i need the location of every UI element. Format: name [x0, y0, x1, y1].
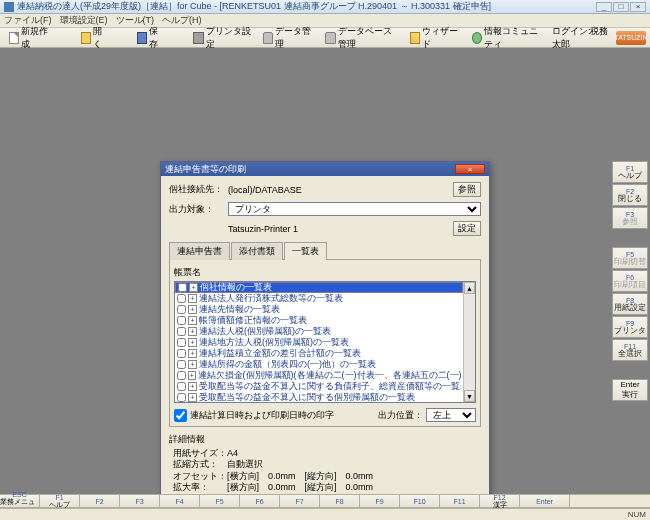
output-select[interactable]: プリンタ	[228, 202, 481, 216]
fkey-f4[interactable]: F4	[160, 495, 200, 507]
list-header: 帳票名	[174, 266, 476, 279]
fkey-f12[interactable]: F12漢字	[480, 495, 520, 507]
dbmgr-label: データベース管理	[338, 25, 399, 51]
expand-icon[interactable]: +	[188, 327, 197, 336]
item-checkbox[interactable]	[177, 382, 186, 391]
fkey-f6[interactable]: F6	[240, 495, 280, 507]
item-checkbox[interactable]	[177, 316, 186, 325]
side-f5-printswitch[interactable]: F5印刷切替	[612, 247, 648, 269]
settings-button[interactable]: 設定	[453, 221, 481, 236]
item-checkbox[interactable]	[177, 305, 186, 314]
dialog-title: 連結申告書等の印刷	[165, 163, 246, 176]
side-f3-browse[interactable]: F3参照	[612, 207, 648, 229]
side-enter-execute[interactable]: Enter実行	[612, 379, 648, 401]
datamgr-label: データ管理	[275, 25, 313, 51]
list-item[interactable]: +受取配当等の益金不算入に関する個別帰属額の一覧表	[175, 392, 463, 402]
minimize-button[interactable]: _	[596, 2, 612, 12]
side-f6-printitems[interactable]: F6印刷項目	[612, 270, 648, 292]
expand-icon[interactable]: +	[188, 294, 197, 303]
browse-button[interactable]: 参照	[453, 182, 481, 197]
item-checkbox[interactable]	[177, 338, 186, 347]
fkey-f2[interactable]: F2	[80, 495, 120, 507]
side-f2-close[interactable]: F2閉じる	[612, 184, 648, 206]
dialog-title-bar[interactable]: 連結申告書等の印刷 ×	[161, 162, 489, 176]
dialog-close-button[interactable]: ×	[455, 164, 485, 174]
paper-size: 用紙サイズ：A4	[173, 448, 481, 459]
function-key-bar: ESC業務メニュー F1ヘルプ F2 F3 F4 F5 F6 F7 F8 F9 …	[0, 494, 650, 508]
expand-icon[interactable]: +	[188, 316, 197, 325]
toolbar: 新規作成 開く 保存 プリンタ設定 データ管理 データベース管理 ウィザード 情…	[0, 28, 650, 48]
tab-tenpu[interactable]: 添付書類	[231, 242, 283, 260]
save-label: 保存	[149, 25, 164, 51]
app-icon	[4, 2, 14, 12]
community-label: 情報コミュニティ	[484, 25, 545, 51]
fkey-f1[interactable]: F1ヘルプ	[40, 495, 80, 507]
printset-label: プリンタ設定	[206, 25, 251, 51]
expand-icon[interactable]: +	[188, 371, 196, 380]
expand-icon[interactable]: +	[188, 349, 197, 358]
timestamp-checkbox[interactable]	[174, 409, 187, 422]
item-checkbox[interactable]	[177, 349, 186, 358]
expand-icon[interactable]: +	[188, 382, 197, 391]
item-checkbox[interactable]	[177, 360, 186, 369]
new-icon	[9, 32, 19, 44]
fkey-f8[interactable]: F8	[320, 495, 360, 507]
scrollbar[interactable]: ▲ ▼	[463, 282, 475, 402]
item-checkbox[interactable]	[177, 327, 186, 336]
tab-renketsu[interactable]: 連結申告書	[169, 242, 230, 260]
new-label: 新規作成	[21, 25, 51, 51]
item-checkbox[interactable]	[177, 393, 186, 402]
maximize-button[interactable]: □	[613, 2, 629, 12]
expand-icon[interactable]: +	[188, 305, 197, 314]
item-checkbox[interactable]	[178, 283, 187, 292]
open-icon	[81, 32, 91, 44]
close-button[interactable]: ×	[630, 2, 646, 12]
open-label: 開く	[93, 25, 108, 51]
workspace: 連結申告書等の印刷 × 個社接続先： (local)/DATABASE 参照 出…	[0, 48, 650, 494]
fkey-f9[interactable]: F9	[360, 495, 400, 507]
printer-icon	[193, 32, 203, 44]
printer-name: Tatsuzin-Printer 1	[228, 224, 449, 234]
title-bar: 連結納税の達人(平成29年度版)［連結］for Cube - [RENKETSU…	[0, 0, 650, 14]
fkey-f5[interactable]: F5	[200, 495, 240, 507]
scroll-down-button[interactable]: ▼	[464, 390, 475, 402]
wizard-icon	[410, 32, 420, 44]
item-checkbox[interactable]	[177, 294, 186, 303]
report-list: +個社情報の一覧表+連結法人発行済株式総数等の一覧表+連結先情報の一覧表+帳簿価…	[174, 281, 476, 403]
item-label: 受取配当等の益金不算入に関する個別帰属額の一覧表	[199, 391, 415, 402]
output-label: 出力対象：	[169, 203, 224, 216]
expand-icon[interactable]: +	[188, 360, 197, 369]
detail-header: 詳細情報	[169, 433, 481, 446]
scale-mode: 拡縮方式： 自動選択	[173, 459, 481, 470]
connection-value: (local)/DATABASE	[228, 185, 449, 195]
fkey-enter[interactable]: Enter	[520, 495, 570, 507]
side-f9-printer[interactable]: F9プリンタ	[612, 316, 648, 338]
save-icon	[137, 32, 147, 44]
wizard-label: ウィザード	[422, 25, 460, 51]
expand-icon[interactable]: +	[188, 393, 197, 402]
community-icon	[472, 32, 482, 44]
status-num: NUM	[628, 510, 646, 519]
scroll-up-button[interactable]: ▲	[464, 282, 475, 294]
side-panel: F1ヘルプ F2閉じる F3参照 F5印刷切替 F6印刷項目 F8用紙設定 F9…	[612, 161, 648, 401]
timestamp-label: 連結計算日時および印刷日時の印字	[190, 409, 334, 422]
fkey-f11[interactable]: F11	[440, 495, 480, 507]
database-icon	[325, 32, 335, 44]
expand-icon[interactable]: +	[189, 283, 198, 292]
data-icon	[263, 32, 273, 44]
fkey-f3[interactable]: F3	[120, 495, 160, 507]
side-f1-help[interactable]: F1ヘルプ	[612, 161, 648, 183]
zoom-info: 拡大率： [横方向] 0.0mm [縦方向] 0.0mm	[173, 482, 481, 493]
position-label: 出力位置：	[378, 409, 423, 422]
side-f8-pagesetup[interactable]: F8用紙設定	[612, 293, 648, 315]
tab-ichiran[interactable]: 一覧表	[284, 242, 327, 260]
window-title: 連結納税の達人(平成29年度版)［連結］for Cube - [RENKETSU…	[17, 0, 491, 13]
brand-logo: TATSUZIN	[616, 31, 646, 45]
expand-icon[interactable]: +	[188, 338, 197, 347]
fkey-f7[interactable]: F7	[280, 495, 320, 507]
side-f11-selectall[interactable]: F11全選択	[612, 339, 648, 361]
item-checkbox[interactable]	[177, 371, 186, 380]
fkey-f10[interactable]: F10	[400, 495, 440, 507]
fkey-esc[interactable]: ESC業務メニュー	[0, 495, 40, 507]
position-select[interactable]: 左上	[426, 408, 476, 422]
